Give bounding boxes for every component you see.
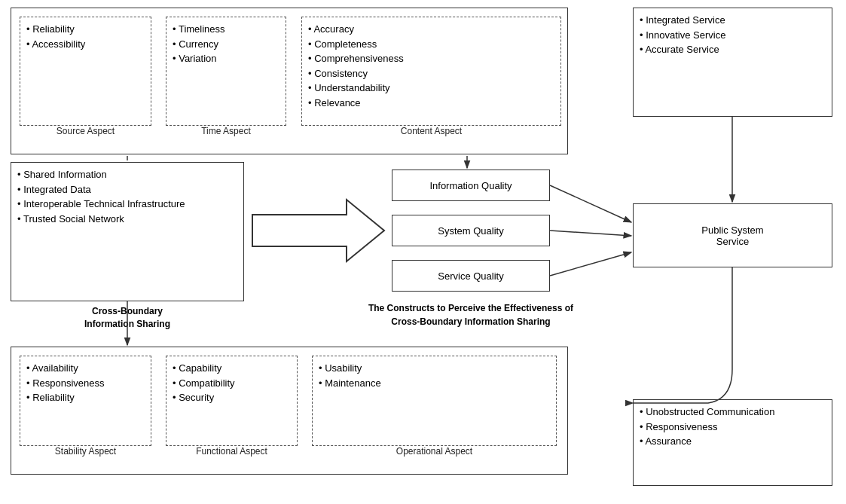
time-aspect-label: Time Aspect [166, 126, 286, 136]
operational-list: Usability Maintenance [319, 361, 550, 390]
cross-item-shared: Shared Information [17, 167, 237, 182]
operational-item-usability: Usability [319, 361, 550, 376]
unobstructed-list: Unobstructed Communication Responsivenes… [640, 405, 826, 449]
service-character-box: Integrated Service Innovative Service Ac… [633, 8, 832, 117]
source-item-reliability: Reliability [26, 22, 145, 37]
public-system-service-label: Public System Service [701, 225, 763, 247]
functional-item-capability: Capability [173, 361, 291, 376]
system-quality-label: System Quality [438, 225, 503, 237]
cross-item-trusted: Trusted Social Network [17, 212, 237, 227]
source-aspect-box: Reliability Accessibility [20, 17, 151, 126]
constructs-label: The Constructs to Perceive the Effective… [331, 301, 610, 328]
functional-item-security: Security [173, 390, 291, 405]
service-quality-label: Service Quality [438, 270, 503, 282]
cross-boundary-list: Shared Information Integrated Data Inter… [17, 167, 237, 226]
stability-aspect-label: Stability Aspect [20, 446, 151, 457]
service-quality-box: Service Quality [392, 260, 550, 292]
cross-item-integrated: Integrated Data [17, 182, 237, 197]
cross-boundary-box: Shared Information Integrated Data Inter… [11, 162, 244, 301]
content-item-accuracy: Accuracy [308, 22, 554, 37]
operational-aspect-label: Operational Aspect [312, 446, 557, 457]
cross-item-interoperable: Interoperable Technical Infrastructure [17, 197, 237, 212]
arrow-pss-to-unobstructed [633, 267, 732, 403]
service-character-list: Integrated Service Innovative Service Ac… [640, 13, 826, 57]
time-aspect-list: Timeliness Currency Variation [173, 22, 279, 66]
content-item-relevance: Relevance [308, 96, 554, 111]
info-quality-box: Information Quality [392, 170, 550, 201]
content-item-consistency: Consistency [308, 66, 554, 81]
stability-aspect-box: Availability Responsiveness Reliability [20, 356, 151, 446]
stability-list: Availability Responsiveness Reliability [26, 361, 145, 405]
stability-item-availability: Availability [26, 361, 145, 376]
service-item-integrated: Integrated Service [640, 13, 826, 28]
diagram: Reliability Accessibility Source Aspect … [0, 0, 846, 504]
content-item-comprehensiveness: Comprehensiveness [308, 51, 554, 66]
time-aspect-box: Timeliness Currency Variation [166, 17, 286, 126]
functional-list: Capability Compatibility Security [173, 361, 291, 405]
public-system-service-box: Public System Service [633, 203, 832, 267]
content-aspect-list: Accuracy Completeness Comprehensiveness … [308, 22, 554, 110]
source-aspect-label: Source Aspect [20, 126, 151, 136]
arrow-system-to-pss [550, 231, 631, 236]
arrow-info-to-pss [550, 185, 631, 222]
system-quality-box: System Quality [392, 215, 550, 246]
stability-item-reliability: Reliability [26, 390, 145, 405]
operational-item-maintenance: Maintenance [319, 376, 550, 391]
cross-boundary-label: Cross-Boundary Information Sharing [11, 305, 244, 331]
functional-item-compatibility: Compatibility [173, 376, 291, 391]
time-item-variation: Variation [173, 51, 279, 66]
time-item-timeliness: Timeliness [173, 22, 279, 37]
info-quality-label: Information Quality [429, 180, 512, 191]
content-item-completeness: Completeness [308, 37, 554, 52]
source-item-accessibility: Accessibility [26, 37, 145, 52]
service-item-accurate: Accurate Service [640, 42, 826, 57]
unobstructed-item-responsiveness: Responsiveness [640, 420, 826, 435]
unobstructed-box: Unobstructed Communication Responsivenes… [633, 399, 832, 486]
time-item-currency: Currency [173, 37, 279, 52]
service-item-innovative: Innovative Service [640, 28, 826, 43]
arrow-service-to-pss [550, 252, 631, 276]
big-arrow-shape [252, 200, 384, 261]
unobstructed-item-assurance: Assurance [640, 434, 826, 449]
source-aspect-list: Reliability Accessibility [26, 22, 145, 51]
content-aspect-label: Content Aspect [301, 126, 561, 136]
functional-aspect-box: Capability Compatibility Security [166, 356, 298, 446]
content-item-understandability: Understandability [308, 81, 554, 96]
content-aspect-box: Accuracy Completeness Comprehensiveness … [301, 17, 561, 126]
unobstructed-item-communication: Unobstructed Communication [640, 405, 826, 420]
functional-aspect-label: Functional Aspect [166, 446, 298, 457]
operational-aspect-box: Usability Maintenance [312, 356, 557, 446]
stability-item-responsiveness: Responsiveness [26, 376, 145, 391]
